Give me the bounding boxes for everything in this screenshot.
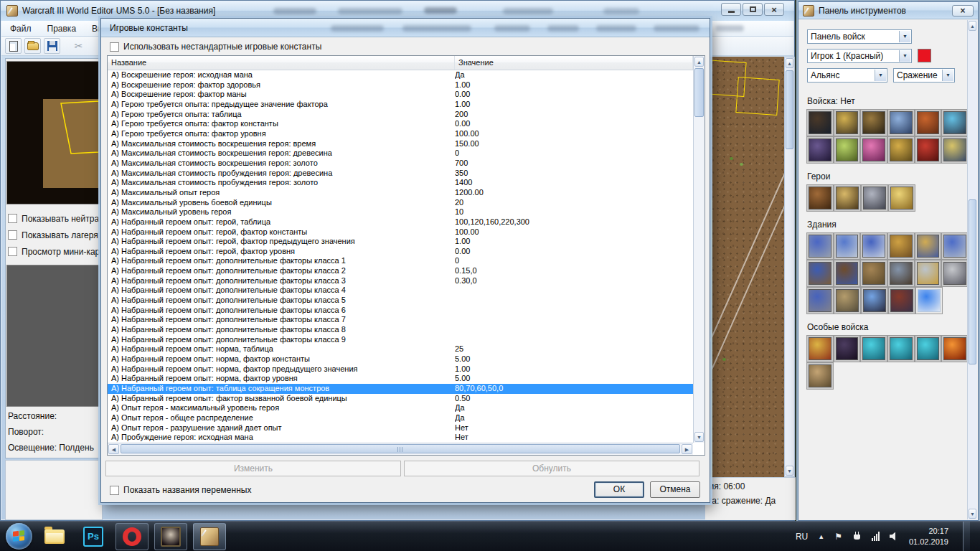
table-row[interactable]: А) Пробуждение героя: исходная манаНет: [108, 433, 693, 443]
player-select[interactable]: Игрок 1 (Красный) ▼: [807, 49, 912, 63]
table-row[interactable]: А) Набранный героем опыт: дополнительные…: [108, 325, 693, 335]
scroll-thumb[interactable]: [786, 70, 793, 149]
show-hidden-icons[interactable]: ▲: [818, 533, 824, 540]
maximize-button[interactable]: [743, 3, 763, 16]
unit-icon[interactable]: [915, 110, 941, 136]
unit-icon[interactable]: [807, 336, 833, 362]
table-row[interactable]: А) Опыт героя - максимальный уровень гер…: [108, 403, 693, 413]
minimize-button[interactable]: [721, 3, 741, 16]
unit-icon[interactable]: [889, 185, 915, 211]
table-row[interactable]: А) Максимальная стоимость воскрешения ге…: [108, 149, 693, 159]
scroll-down-arrow[interactable]: ▼: [786, 466, 793, 476]
table-row[interactable]: А) Набранный героем опыт: норма, фактор …: [108, 374, 693, 384]
unit-icon[interactable]: [916, 288, 942, 314]
unit-icon[interactable]: [888, 336, 914, 362]
taskbar-opera[interactable]: [116, 523, 149, 550]
unit-icon[interactable]: [861, 110, 887, 136]
unit-icon[interactable]: [861, 137, 887, 163]
table-row[interactable]: А) Максимальный уровень героя10: [108, 207, 693, 217]
table-horizontal-scrollbar[interactable]: ◀ ▶: [108, 443, 693, 455]
table-row[interactable]: А) Максимальная стоимость воскрешения ге…: [108, 139, 693, 149]
start-button[interactable]: [6, 523, 32, 550]
scroll-up-arrow[interactable]: ▲: [786, 58, 793, 68]
unit-icon[interactable]: [889, 288, 915, 314]
new-document-button[interactable]: [5, 38, 22, 54]
table-row[interactable]: А) Набранный героем опыт: фактор вызванн…: [108, 394, 693, 404]
dialog-titlebar[interactable]: Игровые константы: [101, 19, 710, 37]
map-vertical-scrollbar[interactable]: ▲ ▼: [784, 57, 795, 477]
column-header-value[interactable]: Значение: [455, 56, 693, 70]
unit-icon[interactable]: [834, 110, 860, 136]
unit-icon[interactable]: [942, 336, 968, 362]
scroll-left-arrow[interactable]: ◀: [108, 444, 119, 454]
table-row[interactable]: А) Герою требуется опыта: фактор уровня1…: [108, 129, 693, 139]
language-indicator[interactable]: RU: [796, 532, 808, 542]
table-row[interactable]: А) Герою требуется опыта: таблица200: [108, 110, 693, 120]
scroll-up-arrow[interactable]: ▲: [694, 57, 704, 67]
close-button[interactable]: ×: [764, 3, 784, 16]
unit-icon[interactable]: [834, 288, 860, 314]
panel-titlebar[interactable]: Панель инструментов ×: [798, 2, 978, 19]
table-row[interactable]: А) Герою требуется опыта: предыдущее зна…: [108, 100, 693, 110]
unit-icon[interactable]: [861, 336, 887, 362]
unit-icon[interactable]: [888, 233, 914, 259]
scroll-right-arrow[interactable]: ▶: [682, 444, 692, 454]
table-row[interactable]: А) Максимальная стоимость пробуждения ге…: [108, 169, 693, 179]
unit-icon[interactable]: [861, 233, 887, 259]
taskbar-photoshop[interactable]: Ps: [77, 523, 110, 550]
scroll-thumb[interactable]: [121, 444, 680, 453]
show-desktop-button[interactable]: [963, 522, 970, 551]
scroll-thumb[interactable]: [969, 199, 976, 364]
unit-icon[interactable]: [942, 233, 968, 259]
reset-button[interactable]: Обнулить: [404, 461, 699, 476]
save-button[interactable]: [44, 38, 60, 54]
unit-icon[interactable]: [862, 288, 887, 314]
table-row[interactable]: А) Максимальная стоимость воскрешения ге…: [108, 159, 693, 169]
cancel-button[interactable]: Отмена: [650, 481, 700, 498]
unit-icon[interactable]: [834, 137, 860, 163]
unit-icon[interactable]: [834, 185, 860, 211]
edit-button[interactable]: Изменить: [105, 461, 401, 476]
table-row[interactable]: А) Набранный героем опыт: дополнительные…: [108, 306, 693, 316]
table-row[interactable]: А) Максимальный опыт героя1200.00: [108, 188, 693, 198]
column-header-name[interactable]: Название: [108, 56, 455, 70]
table-row[interactable]: А) Набранный героем опыт: герой, фактор …: [108, 247, 693, 257]
table-row[interactable]: А) Набранный героем опыт: дополнительные…: [108, 296, 693, 306]
table-vertical-scrollbar[interactable]: ▲ ▼: [693, 56, 705, 443]
power-plug-icon[interactable]: [852, 532, 862, 541]
ok-button[interactable]: ОК: [594, 481, 644, 498]
alliance-select[interactable]: Альянс ▼: [807, 68, 887, 83]
unit-icon[interactable]: [915, 137, 941, 163]
unit-icon[interactable]: [834, 233, 860, 259]
scroll-up-arrow[interactable]: ▲: [969, 21, 976, 31]
taskbar-explorer[interactable]: [38, 523, 71, 550]
unit-icon[interactable]: [807, 185, 833, 211]
unit-icon[interactable]: [915, 336, 941, 362]
open-button[interactable]: [24, 38, 41, 54]
table-row[interactable]: А) Набранный героем опыт: норма, фактор …: [108, 354, 693, 364]
clock[interactable]: 20:17 01.02.2019: [909, 526, 948, 547]
cut-button[interactable]: ✂: [70, 38, 87, 54]
use-custom-constants-checkbox[interactable]: Использовать нестандартные игровые конст…: [107, 42, 321, 52]
table-row[interactable]: А) Воскрешение героя: исходная манаДа: [108, 70, 693, 80]
volume-icon[interactable]: [890, 532, 899, 541]
mode-select[interactable]: Сражение ▼: [893, 68, 955, 83]
table-row[interactable]: А) Максимальная стоимость пробуждения ге…: [108, 178, 693, 188]
scroll-down-arrow[interactable]: ▼: [969, 509, 976, 519]
unit-icon[interactable]: [834, 260, 860, 286]
network-signal-icon[interactable]: [872, 532, 880, 541]
table-row[interactable]: А) Опыт героя - общее распределениеДа: [108, 413, 693, 423]
table-row[interactable]: А) Герою требуется опыта: фактор констан…: [108, 119, 693, 129]
table-row[interactable]: А) Воскрешение героя: фактор здоровья1.0…: [108, 80, 693, 90]
unit-icon[interactable]: [862, 185, 887, 211]
palette-select[interactable]: Панель войск ▼: [807, 29, 912, 44]
taskbar-warcraft[interactable]: [154, 523, 187, 550]
unit-icon[interactable]: [915, 233, 941, 259]
table-row[interactable]: А) Набранный героем опыт: дополнительные…: [108, 256, 693, 266]
table-row[interactable]: А) Набранный героем опыт: таблица сокращ…: [108, 384, 693, 394]
table-row[interactable]: А) Набранный героем опыт: дополнительные…: [108, 266, 693, 276]
checkbox-show-neutral[interactable]: Показывать нейтра: [5, 210, 104, 227]
checkbox-minimap-preview[interactable]: Просмотр мини-кар: [5, 243, 104, 260]
unit-icon[interactable]: [915, 260, 941, 286]
table-row[interactable]: А) Набранный героем опыт: дополнительные…: [108, 286, 693, 296]
